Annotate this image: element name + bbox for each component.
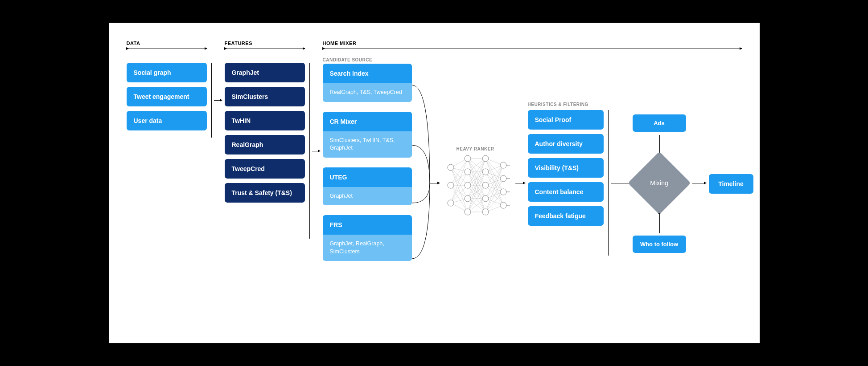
heuristic-content-balance: Content balance (528, 182, 604, 202)
section-features-arrow (225, 49, 305, 49)
data-column: Social graph Tweet engagement User data (127, 63, 207, 130)
feature-tns: Trust & Safety (T&S) (225, 183, 305, 203)
candidate-sub: SimClusters, TwHIN, T&S, GraphJet (323, 131, 412, 158)
features-column-divider (309, 63, 310, 239)
input-wtf: Who to follow (633, 236, 686, 253)
svg-point-70 (482, 182, 489, 188)
svg-point-68 (482, 155, 489, 162)
svg-point-73 (500, 162, 506, 168)
feature-graphjet: GraphJet (225, 63, 305, 82)
arrow-candidates-to-ranker (430, 183, 440, 183)
candidate-sub: GraphJet (323, 187, 412, 206)
feature-tweepcred: TweepCred (225, 159, 305, 179)
svg-point-66 (465, 195, 471, 202)
feature-simclusters: SimClusters (225, 87, 305, 106)
arrow-data-to-features (214, 100, 222, 101)
candidate-title: UTEG (323, 167, 412, 187)
svg-point-67 (465, 209, 471, 215)
svg-point-74 (500, 175, 506, 182)
heuristic-visibility: Visibility (T&S) (528, 158, 604, 178)
candidate-frs: FRS GraphJet, RealGraph, SimClusters (323, 215, 412, 261)
arrow-ads-to-mixing (659, 135, 660, 155)
candidate-source-label: CANDIDATE SOURCE (323, 57, 373, 62)
heuristic-author-diversity: Author diversity (528, 134, 604, 154)
svg-point-62 (448, 200, 454, 206)
heuristic-social-proof: Social Proof (528, 110, 604, 130)
candidate-search-index: Search Index RealGraph, T&S, TweepCred (323, 64, 412, 102)
svg-point-71 (482, 195, 489, 202)
input-ads: Ads (633, 114, 686, 132)
output-timeline: Timeline (709, 174, 753, 194)
data-box-social-graph: Social graph (127, 63, 207, 82)
section-homemixer-arrow (323, 49, 742, 49)
svg-point-65 (465, 182, 471, 188)
heuristics-column: Social Proof Author diversity Visibility… (528, 110, 604, 226)
candidate-uteg: UTEG GraphJet (323, 167, 412, 206)
features-column: GraphJet SimClusters TwHIN RealGraph Twe… (225, 63, 305, 203)
feature-realgraph: RealGraph (225, 135, 305, 155)
heuristic-feedback-fatigue: Feedback fatigue (528, 206, 604, 226)
mixing-diamond (628, 151, 691, 214)
svg-point-75 (500, 189, 506, 195)
data-column-divider (211, 63, 212, 138)
arrow-features-to-candidates (312, 151, 320, 151)
svg-point-60 (448, 164, 454, 171)
heuristics-column-divider (608, 110, 609, 256)
svg-point-64 (465, 169, 471, 175)
candidate-sub: RealGraph, T&S, TweepCred (323, 83, 412, 102)
candidate-title: Search Index (323, 64, 412, 83)
section-data-arrow (127, 49, 207, 49)
candidate-source-column: Search Index RealGraph, T&S, TweepCred C… (323, 64, 412, 261)
candidate-title: CR Mixer (323, 112, 412, 131)
arrow-mixing-to-timeline (692, 183, 706, 183)
section-homemixer-label: HOME MIXER (323, 41, 357, 46)
candidate-cr-mixer: CR Mixer SimClusters, TwHIN, T&S, GraphJ… (323, 112, 412, 158)
heavy-ranker-label: HEAVY RANKER (457, 146, 494, 151)
svg-line-4 (451, 167, 468, 212)
heavy-ranker-network-icon (445, 154, 512, 216)
data-box-tweet-engagement: Tweet engagement (127, 87, 207, 106)
section-data-label: DATA (127, 41, 140, 46)
section-features-label: FEATURES (225, 41, 252, 46)
svg-line-58 (485, 192, 503, 212)
svg-point-61 (448, 182, 454, 188)
svg-point-69 (482, 169, 489, 175)
svg-point-63 (465, 155, 471, 162)
arrow-wtf-to-mixing (659, 212, 660, 233)
candidate-sub: GraphJet, RealGraph, SimClusters (323, 235, 412, 261)
heuristics-label: HEURISTICS & FILTERING (528, 102, 588, 107)
diagram-canvas: DATA FEATURES HOME MIXER Social graph Tw… (109, 23, 760, 343)
svg-point-72 (482, 209, 489, 215)
candidate-title: FRS (323, 215, 412, 235)
arrow-ranker-to-heuristics (515, 183, 525, 183)
svg-point-76 (500, 202, 506, 208)
data-box-user-data: User data (127, 111, 207, 130)
feature-twhin: TwHIN (225, 111, 305, 130)
svg-line-10 (451, 159, 468, 203)
